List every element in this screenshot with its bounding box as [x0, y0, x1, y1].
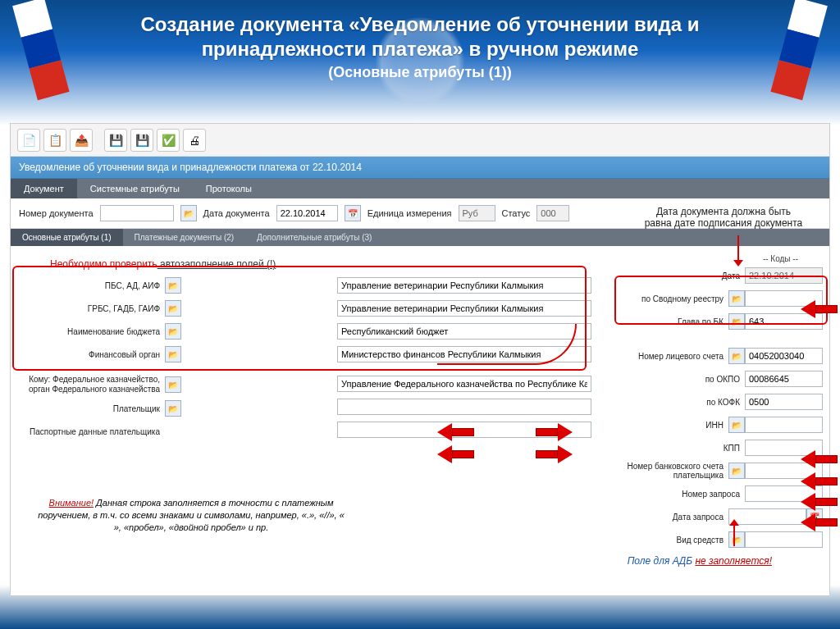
doc-number-input[interactable]	[100, 205, 174, 221]
account-num-input[interactable]	[745, 348, 823, 364]
okpo-input[interactable]	[745, 371, 823, 387]
tab-main-attrs[interactable]: Основные атрибуты (1)	[11, 229, 123, 246]
export-doc-button[interactable]: 📤	[70, 129, 93, 152]
toolbar: 📄 📋 📤 💾 💾 ✅ 🖨	[11, 124, 829, 157]
sub-tabs: Основные атрибуты (1) Платежные документ…	[11, 229, 829, 246]
req-date-label: Дата запроса	[618, 513, 728, 522]
payer-label: Плательщик	[17, 404, 165, 413]
req-date-input[interactable]	[728, 508, 806, 525]
status-label: Статус	[502, 208, 531, 218]
save-button[interactable]: 💾	[104, 129, 127, 152]
note-date-equal: Дата документа должна бытьравна дате под…	[629, 206, 818, 229]
slide-title: Создание документа «Уведомление об уточн…	[0, 12, 840, 81]
bank-acc-picker[interactable]: 📂	[728, 463, 745, 479]
new-doc-button[interactable]: 📄	[17, 129, 40, 152]
save-as-button[interactable]: 💾	[130, 129, 153, 152]
to-whom-input[interactable]	[337, 376, 591, 392]
copy-doc-button[interactable]: 📋	[43, 129, 66, 152]
print-button[interactable]: 🖨	[183, 129, 206, 152]
funds-type-picker[interactable]: 📂	[728, 531, 745, 548]
doc-number-label: Номер документа	[19, 208, 94, 218]
arrow-passport	[437, 445, 474, 463]
payer-input[interactable]	[337, 399, 591, 415]
arrow-inn	[536, 423, 573, 441]
to-whom-label: Кому: Федеральное казначейство, орган Фе…	[17, 375, 165, 394]
funds-type-label: Вид средств	[618, 536, 728, 545]
document-header: Уведомление об уточнении вида и принадле…	[11, 157, 829, 179]
main-tabs: Документ Системные атрибуты Протоколы	[11, 179, 829, 198]
kofk-label: по КОФК	[618, 398, 745, 407]
tab-protocols[interactable]: Протоколы	[193, 179, 265, 198]
arrow-kpp-right	[801, 450, 838, 468]
inn-label: ИНН	[618, 421, 728, 430]
tab-extra-attrs[interactable]: Дополнительные атрибуты (3)	[245, 229, 383, 246]
kpp-label: КПП	[618, 444, 745, 453]
arrow-req-num	[801, 493, 838, 511]
unit-input	[459, 205, 495, 221]
curve-arrow	[437, 324, 577, 365]
arrow-req-date	[801, 513, 838, 531]
doc-date-label: Дата документа	[203, 208, 270, 218]
note-adb: Поле для АДБ не заполняется!	[628, 555, 772, 567]
app-window: 📄 📋 📤 💾 💾 ✅ 🖨 Уведомление об уточнении в…	[10, 123, 830, 596]
warning-note: Внимание! Данная строка заполняется в то…	[35, 497, 347, 534]
inn-picker[interactable]: 📂	[728, 417, 745, 433]
unit-label: Единица измерения	[368, 208, 452, 218]
payer-picker[interactable]: 📂	[165, 400, 181, 417]
account-num-picker[interactable]: 📂	[728, 348, 745, 364]
passport-label: Паспортные данные плательщика	[17, 427, 165, 436]
okpo-label: по ОКПО	[618, 375, 745, 384]
arrow-payer	[437, 423, 474, 441]
bank-acc-label: Номер банковского счета плательщика	[618, 462, 728, 480]
status-input	[536, 205, 569, 221]
codes-header: -- Коды --	[618, 254, 823, 263]
apply-button[interactable]: ✅	[157, 129, 180, 152]
arrow-funds-up	[733, 526, 735, 546]
arrow-date-down	[737, 235, 739, 260]
tab-document[interactable]: Документ	[11, 179, 77, 198]
tab-system-attrs[interactable]: Системные атрибуты	[77, 179, 193, 198]
doc-date-picker[interactable]: 📅	[345, 205, 361, 221]
account-num-label: Номер лицевого счета	[618, 352, 728, 361]
tab-payment-docs[interactable]: Платежные документы (2)	[123, 229, 246, 246]
to-whom-picker[interactable]: 📂	[165, 376, 181, 393]
kofk-input[interactable]	[745, 394, 823, 410]
arrow-kpp	[536, 445, 573, 463]
funds-type-input[interactable]	[745, 531, 823, 548]
doc-date-input[interactable]	[276, 205, 338, 221]
arrow-bank-acc	[801, 472, 838, 490]
req-num-label: Номер запроса	[618, 490, 745, 499]
arrow-svod	[801, 300, 838, 318]
doc-number-picker[interactable]: 📂	[180, 205, 197, 221]
redbox-right-group	[614, 276, 828, 325]
inn-input[interactable]	[745, 417, 823, 433]
